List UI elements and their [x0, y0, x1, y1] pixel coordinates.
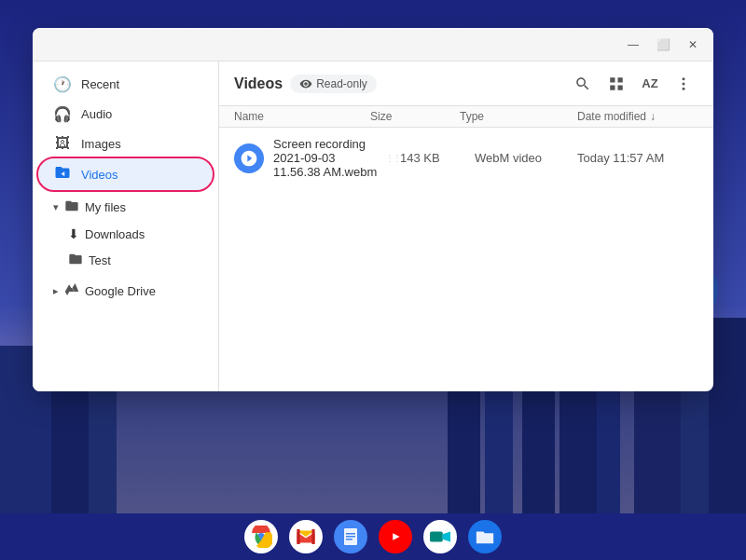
sidebar-item-videos[interactable]: Videos: [38, 158, 213, 190]
table-row[interactable]: Screen recording 2021-09-03 11.56.38 AM.…: [219, 131, 713, 184]
col-header-date[interactable]: Date modified: [577, 110, 698, 123]
svg-rect-28: [346, 536, 355, 538]
column-headers: Name Size Type Date modified: [219, 106, 713, 128]
svg-rect-25: [311, 529, 314, 544]
col-header-type[interactable]: Type: [460, 110, 562, 123]
svg-marker-33: [443, 532, 450, 542]
taskbar-meet-icon[interactable]: [423, 520, 457, 553]
toolbar: Videos Read-only AZ: [219, 61, 713, 106]
more-actions-button[interactable]: [669, 69, 698, 99]
sidebar-item-label: Images: [81, 137, 121, 151]
file-name: Screen recording 2021-09-03 11.56.38 AM.…: [273, 137, 385, 179]
sidebar-item-downloads[interactable]: ⬇ Downloads: [38, 222, 213, 246]
readonly-badge: Read-only: [290, 75, 377, 93]
close-button[interactable]: ✕: [680, 32, 706, 58]
file-manager-window: — ⬜ ✕ 🕐 Recent 🎧 Audio 🖼 Images: [33, 28, 713, 391]
sidebar-item-test[interactable]: Test: [38, 247, 213, 274]
downloads-label: Downloads: [85, 227, 145, 241]
eye-icon: [299, 77, 312, 90]
readonly-label: Read-only: [316, 77, 367, 90]
chevron-right-icon: ▸: [53, 285, 59, 297]
col-header-name[interactable]: Name: [234, 110, 355, 123]
svg-rect-29: [346, 539, 352, 540]
sidebar-item-recent[interactable]: 🕐 Recent: [38, 70, 213, 99]
file-type: WebM video: [475, 151, 577, 165]
taskbar-youtube-icon[interactable]: [379, 520, 412, 553]
my-files-label: My files: [85, 200, 126, 214]
file-thumbnail: [234, 143, 264, 173]
image-icon: 🖼: [53, 135, 72, 152]
my-files-tree-item[interactable]: ▾ My files: [38, 194, 213, 221]
my-files-icon: [64, 198, 79, 216]
video-folder-icon: [53, 164, 72, 184]
folder-icon: [68, 252, 83, 269]
window-titlebar: — ⬜ ✕: [33, 28, 713, 61]
svg-rect-24: [297, 529, 299, 544]
sidebar-item-label: Videos: [81, 168, 118, 182]
search-button[interactable]: [568, 69, 598, 99]
sort-button[interactable]: AZ: [635, 69, 665, 99]
download-icon: ⬇: [68, 226, 79, 241]
sidebar-item-google-drive[interactable]: ▸ Google Drive: [38, 278, 213, 305]
sidebar-item-audio[interactable]: 🎧 Audio: [38, 100, 213, 129]
svg-rect-27: [346, 533, 355, 535]
file-date: Today 11:57 AM: [577, 151, 698, 165]
window-controls: — ⬜ ✕: [620, 32, 706, 58]
grid-view-button[interactable]: [601, 69, 631, 99]
headphones-icon: 🎧: [53, 105, 72, 123]
test-label: Test: [89, 253, 111, 267]
maximize-button[interactable]: ⬜: [650, 32, 676, 58]
sidebar-item-images[interactable]: 🖼 Images: [38, 130, 213, 157]
col-header-size[interactable]: Size: [370, 110, 445, 123]
clock-icon: 🕐: [53, 75, 72, 93]
current-folder-title: Videos: [234, 75, 283, 92]
svg-point-20: [683, 77, 685, 80]
file-size: 143 KB: [400, 151, 475, 165]
sidebar-item-label: Recent: [81, 77, 119, 91]
taskbar-files-icon[interactable]: [468, 520, 502, 553]
my-files-section: ▾ My files ⬇ Downloads Test: [33, 194, 218, 274]
window-body: 🕐 Recent 🎧 Audio 🖼 Images Videos ▾: [33, 61, 713, 391]
sidebar: 🕐 Recent 🎧 Audio 🖼 Images Videos ▾: [33, 61, 219, 391]
taskbar: [0, 513, 746, 560]
svg-rect-32: [430, 532, 443, 542]
toolbar-actions: AZ: [568, 69, 698, 99]
taskbar-chrome-icon[interactable]: [244, 520, 278, 553]
google-drive-label: Google Drive: [85, 284, 156, 298]
taskbar-gmail-icon[interactable]: [289, 520, 323, 553]
svg-point-22: [683, 87, 685, 89]
chevron-down-icon: ▾: [53, 201, 59, 213]
google-drive-icon: [64, 282, 79, 300]
svg-rect-9: [709, 318, 746, 513]
main-content: Videos Read-only AZ: [219, 61, 713, 391]
file-drag-handle: [385, 153, 400, 163]
file-list: Screen recording 2021-09-03 11.56.38 AM.…: [219, 128, 713, 391]
sidebar-item-label: Audio: [81, 107, 112, 121]
taskbar-docs-icon[interactable]: [334, 520, 367, 553]
svg-point-21: [683, 82, 685, 85]
minimize-button[interactable]: —: [620, 32, 646, 58]
